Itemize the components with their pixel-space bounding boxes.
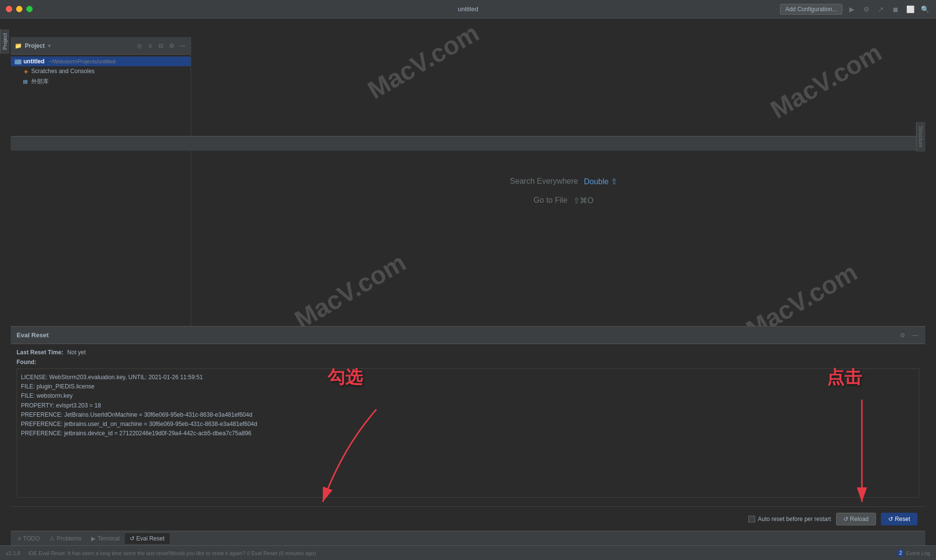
close-button[interactable] <box>6 6 12 12</box>
close-panel-icon[interactable]: — <box>178 41 187 50</box>
maximize-button[interactable] <box>26 6 33 12</box>
bottom-tool-tabs <box>11 136 925 151</box>
search-shortcut: Double ⇧ <box>584 177 617 186</box>
log-line: PREFERENCE: JetBrains.UserIdOnMachine = … <box>21 410 915 420</box>
run-icon[interactable]: ▶ <box>846 4 857 15</box>
project-title: Project ▼ <box>25 42 52 49</box>
found-row: Found: <box>17 359 919 366</box>
coverage-icon[interactable]: ↗ <box>876 4 886 15</box>
last-reset-row: Last Reset Time: Not yet <box>17 349 919 356</box>
tree-item-untitled[interactable]: untitled ~/WebstormProjects/untitled <box>11 57 191 66</box>
todo-icon: ≡ <box>18 535 21 542</box>
toolbar-right: Add Configuration... ▶ ⚙ ↗ ◼ ⬜ 🔍 <box>780 4 930 15</box>
project-header: 📁 Project ▼ ◎ ≡ ⊟ ⚙ — <box>11 37 191 55</box>
log-area: LICENSE: WebStorm203.evaluation.key, UNT… <box>17 368 919 498</box>
project-vertical-tab[interactable]: Project <box>0 29 9 54</box>
reload-button[interactable]: ↺ Reload <box>836 513 876 525</box>
editor-area: MacV.com MacV.com MacV.com MacV.com Sear… <box>191 37 936 345</box>
event-log-item[interactable]: 2 Event Log <box>897 549 930 557</box>
event-log-badge: 2 <box>897 549 904 557</box>
expand-icon[interactable]: ⊟ <box>156 41 165 50</box>
eval-reset-tab[interactable]: ↺ Eval Reset <box>125 533 170 544</box>
titlebar: untitled Add Configuration... ▶ ⚙ ↗ ◼ ⬜ … <box>0 0 936 19</box>
search-everywhere-hint: Search Everywhere Double ⇧ <box>510 177 617 186</box>
project-panel: 📁 Project ▼ ◎ ≡ ⊟ ⚙ — un <box>11 37 191 345</box>
reload-icon: ↺ <box>843 516 848 522</box>
problems-label: Problems <box>57 535 81 542</box>
watermark-3: MacV.com <box>290 248 411 334</box>
library-icon <box>22 78 29 85</box>
bottom-panel-content: Last Reset Time: Not yet Found: LICENSE:… <box>11 344 925 502</box>
project-header-icons: ◎ ≡ ⊟ ⚙ — <box>135 41 187 50</box>
structure-tab[interactable]: Structure <box>916 122 925 152</box>
search-everywhere-icon[interactable]: 🔍 <box>919 4 930 15</box>
eval-reset-icon: ↺ <box>130 535 135 542</box>
locate-icon[interactable]: ◎ <box>135 41 144 50</box>
settings-icon[interactable]: ⚙ <box>167 41 176 50</box>
svg-rect-2 <box>23 80 24 84</box>
goto-file-label: Go to File <box>534 196 567 205</box>
version-label: v2.1.6 <box>6 550 20 556</box>
search-everywhere-label: Search Everywhere <box>510 177 578 186</box>
log-line: FILE: plugin_PIEDIS.license <box>21 382 915 391</box>
scratch-icon: ◈ <box>22 68 29 75</box>
svg-rect-1 <box>15 59 18 61</box>
auto-reset-checkbox-label[interactable]: Auto reset before per restart <box>748 516 831 522</box>
tree-item-library[interactable]: 外部库 <box>11 76 191 87</box>
eval-reset-label: Eval Reset <box>136 535 165 542</box>
traffic-lights <box>6 6 33 12</box>
minimize-panel-icon[interactable]: — <box>911 331 919 340</box>
folder-icon <box>15 58 21 65</box>
bottom-panel-title: Eval Reset <box>17 331 49 339</box>
last-reset-label: Last Reset Time: <box>17 349 63 356</box>
watermark-1: MacV.com <box>363 18 484 105</box>
action-bar: Auto reset before per restart ↺ Reload ↺… <box>11 506 925 531</box>
tree-item-scratches[interactable]: ◈ Scratches and Consoles <box>11 66 191 76</box>
project-path: ~/WebstormProjects/untitled <box>48 58 116 64</box>
bottom-tabs-bar: ≡ TODO ⚠ Problems ▶ Terminal ↺ Eval Rese… <box>11 531 925 545</box>
editor-hints: Search Everywhere Double ⇧ Go to File ⇧⌘… <box>510 177 617 205</box>
log-line: FILE: webstorm.key <box>21 391 915 401</box>
bottom-panel-header: Eval Reset ⚙ — <box>11 327 925 344</box>
project-dropdown-arrow[interactable]: ▼ <box>47 43 52 49</box>
library-name: 外部库 <box>31 77 49 86</box>
status-message: IDE Eval Reset: It has been a long time … <box>28 550 889 556</box>
svg-rect-4 <box>26 80 27 84</box>
log-line: PREFERENCE: jetbrains.device_id = 271220… <box>21 429 915 438</box>
reset-icon: ↺ <box>888 516 893 522</box>
found-label: Found: <box>17 359 37 366</box>
log-line: LICENSE: WebStorm203.evaluation.key, UNT… <box>21 373 915 382</box>
watermark-2: MacV.com <box>765 38 886 124</box>
status-right: 2 Event Log <box>897 549 930 557</box>
last-reset-value: Not yet <box>67 349 86 356</box>
window-icon[interactable]: ⬜ <box>905 4 916 15</box>
goto-file-hint: Go to File ⇧⌘O <box>534 196 594 205</box>
auto-reset-checkbox[interactable] <box>748 516 755 522</box>
terminal-icon: ▶ <box>91 535 96 542</box>
collapse-icon[interactable]: ≡ <box>146 41 155 50</box>
auto-reset-text: Auto reset before per restart <box>758 516 831 522</box>
settings-panel-icon[interactable]: ⚙ <box>898 331 907 340</box>
event-log-label: Event Log <box>906 550 930 556</box>
todo-tab[interactable]: ≡ TODO <box>13 533 44 544</box>
problems-icon: ⚠ <box>49 535 55 542</box>
log-line: PROPERTY: evlsprt3.203 = 18 <box>21 401 915 410</box>
scratch-name: Scratches and Consoles <box>31 68 95 75</box>
reset-button[interactable]: ↺ Reset <box>881 513 917 525</box>
problems-tab[interactable]: ⚠ Problems <box>44 533 86 544</box>
svg-rect-3 <box>25 80 26 84</box>
project-tree: untitled ~/WebstormProjects/untitled ◈ S… <box>11 55 191 345</box>
stop-icon[interactable]: ◼ <box>890 4 901 15</box>
terminal-tab[interactable]: ▶ Terminal <box>86 533 124 544</box>
goto-shortcut: ⇧⌘O <box>573 196 593 205</box>
project-name: untitled <box>23 58 44 65</box>
add-configuration-button[interactable]: Add Configuration... <box>780 4 842 15</box>
window-title: untitled <box>458 5 478 13</box>
log-line: PREFERENCE: jetbrains.user_id_on_machine… <box>21 420 915 429</box>
minimize-button[interactable] <box>16 6 22 12</box>
status-left: v2.1.6 <box>6 550 20 556</box>
bottom-header-icons: ⚙ — <box>898 331 919 340</box>
debug-icon[interactable]: ⚙ <box>861 4 872 15</box>
todo-label: TODO <box>23 535 39 542</box>
main-layout: 📁 Project ▼ ◎ ≡ ⊟ ⚙ — un <box>11 37 936 345</box>
